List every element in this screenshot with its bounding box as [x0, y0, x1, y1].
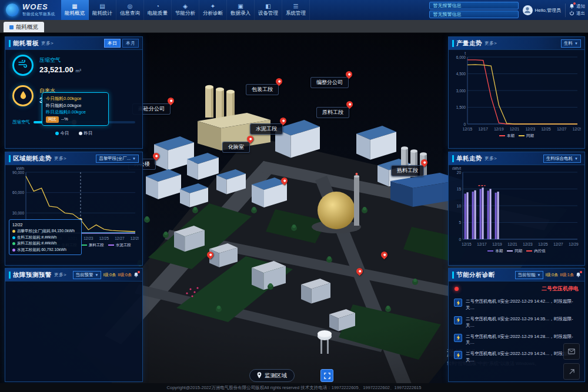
tooltip-compare-row: 同比--% — [46, 116, 105, 123]
diagnosis-filter-dropdown[interactable]: 当前智能▼ — [515, 271, 544, 279]
monitor-area-button[interactable]: 监测区域 — [249, 369, 295, 382]
alarm-banner[interactable]: 暂无报警信息 — [429, 2, 519, 9]
panel-header: 故障预测预警 更多> 当前预警▼ I级:0条 II级:0条 — [5, 269, 142, 282]
scene-label-raw-material-section[interactable]: 原料工段 — [316, 107, 349, 118]
main-nav: ▦能耗概览 ▤能耗统计 ◎信息查询 ◔电能质量 ◈节能分析 ✦分析诊断 ▣数据录… — [61, 0, 310, 20]
scene-label-braiding-branch[interactable]: 编整分公司 — [310, 77, 349, 88]
production-chart-legend: 本期 同期 — [449, 133, 584, 139]
fullscreen-button[interactable] — [320, 369, 333, 382]
more-link[interactable]: 更多> — [41, 40, 54, 46]
panel-header: 单耗走势 更多> 生料综合电耗▼ — [449, 152, 584, 165]
panel-energy-board: 能耗看板 更多> 本日 本月 压缩空气 23,521.00 m³ — [5, 36, 143, 149]
panel-title: 单耗走势 — [456, 155, 482, 163]
warning-banner[interactable]: 暂无预警信息 — [429, 11, 519, 18]
legend-item[interactable]: 同期 — [507, 249, 522, 254]
logout-button[interactable]: 退出 — [569, 11, 585, 17]
legend-item[interactable]: 水泥工段 — [108, 243, 131, 248]
warning-filter-dropdown[interactable]: 当前预警▼ — [73, 271, 102, 279]
consumption-selector-dropdown[interactable]: 生料综合电耗▼ — [543, 155, 581, 163]
product-selector-dropdown[interactable]: 生料▼ — [561, 39, 581, 48]
topbar-right: 暂无报警信息 暂无预警信息 Hello,管理员 通知 — [429, 0, 588, 20]
toggle-day[interactable]: 本日 — [104, 39, 121, 48]
nav-label: 数据录入 — [230, 10, 250, 17]
gauge-value: 23,521.00 m³ — [39, 65, 81, 74]
compare-tag: 同比 — [46, 116, 59, 123]
level1-badge: I级:0条 — [545, 272, 558, 278]
nav-item-energy-saving-analysis[interactable]: ◈节能分析 — [172, 0, 199, 20]
notify-button[interactable]: 通知 — [569, 4, 585, 9]
legend-swatch — [519, 135, 524, 136]
toggle-month[interactable]: 本月 — [122, 39, 139, 48]
alert-dot-icon — [455, 287, 459, 291]
lightning-icon — [454, 351, 462, 359]
tooltip-line-total: 昨日总能耗0.00kgce — [46, 109, 105, 116]
more-link[interactable]: 更多> — [485, 155, 497, 162]
gauge-label: 压缩空气 — [39, 56, 81, 64]
series-dot — [12, 242, 15, 245]
wind-icon — [18, 60, 28, 71]
lightning-icon — [454, 334, 462, 342]
svg-text:12/17: 12/17 — [477, 242, 487, 246]
legend-swatch — [526, 250, 532, 252]
series-dot — [12, 230, 15, 233]
nav-item-energy-stats[interactable]: ▤能耗统计 — [89, 0, 116, 20]
nav-item-data-entry[interactable]: ▣数据录入 — [227, 0, 255, 20]
share-fab-button[interactable] — [563, 363, 580, 380]
scene-label-cement-section[interactable]: 水泥工段 — [250, 123, 283, 135]
search-icon: ◎ — [128, 4, 133, 9]
diagnosis-list-item[interactable]: 二号空压机电机 II安全:2022-12-29 14:42…，时段超限-关… — [449, 296, 584, 314]
legend-item[interactable]: 内控值 — [526, 249, 546, 254]
more-link[interactable]: 更多> — [54, 155, 66, 162]
svg-text:12/23: 12/23 — [523, 242, 533, 246]
nav-label: 设备管理 — [258, 10, 278, 17]
nav-item-device-management[interactable]: ◧设备管理 — [255, 0, 282, 20]
svg-text:12/15: 12/15 — [462, 242, 472, 246]
diagnosis-alert-row[interactable]: 二号空压机停电 — [449, 282, 584, 296]
svg-text:20: 20 — [457, 170, 462, 175]
legend-swatch — [81, 244, 87, 246]
tab-energy-overview[interactable]: 能耗概览 — [4, 22, 44, 32]
scene-label-clinker-section[interactable]: 熟料工段 — [391, 165, 424, 176]
nav-item-diagnosis[interactable]: ✦分析诊断 — [199, 0, 227, 20]
lightning-icon — [454, 299, 462, 307]
header-accent — [9, 40, 11, 47]
more-link[interactable]: 更多> — [54, 272, 66, 278]
svg-text:12/17: 12/17 — [479, 127, 489, 131]
app-window: WOES 智能优化节能系统 ▦能耗概览 ▤能耗统计 ◎信息查询 ◔电能质量 ◈节… — [0, 0, 588, 392]
svg-text:12/25: 12/25 — [541, 127, 551, 131]
region-selector-dropdown[interactable]: 昌黎甲段(全厂...▼ — [96, 155, 139, 163]
panel-title: 故障预测预警 — [13, 271, 52, 279]
diagnosis-item-text: 二号空压机电机 II安全:2022-12-29 14:28…，时段超限-关… — [466, 334, 579, 347]
legend-item-today[interactable]: 今日 — [55, 130, 69, 136]
svg-text:4,500: 4,500 — [456, 72, 466, 76]
legend-item[interactable]: 本期 — [487, 249, 503, 254]
scene-label-text: 包装工段 — [252, 86, 273, 92]
svg-text:12/25: 12/25 — [538, 242, 548, 246]
legend-item[interactable]: 同期 — [519, 133, 534, 139]
arrow-up-right-icon — [569, 368, 575, 375]
nav-item-system-management[interactable]: ☰系统管理 — [282, 0, 310, 20]
bell-icon[interactable] — [576, 272, 581, 277]
nav-item-energy-overview[interactable]: ▦能耗概览 — [61, 0, 89, 20]
nav-item-info-query[interactable]: ◎信息查询 — [116, 0, 144, 20]
legend-item[interactable]: 原料工段 — [81, 243, 104, 248]
legend-item-yesterday[interactable]: 昨日 — [79, 130, 93, 136]
scene-label-packing-section[interactable]: 包装工段 — [246, 84, 279, 95]
message-fab-button[interactable] — [563, 343, 580, 360]
notify-label: 通知 — [576, 4, 585, 9]
svg-text:5: 5 — [459, 220, 461, 225]
user-avatar[interactable] — [523, 5, 533, 15]
more-link[interactable]: 更多> — [485, 40, 497, 46]
svg-text:90,000: 90,000 — [12, 170, 24, 175]
tooltip-date: 12/22 — [12, 222, 78, 228]
diagnosis-list-item[interactable]: 二号空压机电机 II安全:2022-12-29 14:35…，时段超限-关… — [449, 314, 584, 331]
legend-item[interactable]: 本期 — [499, 133, 514, 139]
user-area: Hello,管理员 — [523, 5, 561, 15]
bell-icon[interactable] — [133, 272, 139, 277]
svg-text:1,500: 1,500 — [456, 105, 466, 109]
scene-label-laboratory[interactable]: 化验室 — [222, 142, 250, 153]
lightning-icon — [454, 316, 462, 324]
series-dot — [12, 249, 15, 252]
production-chart: 01,5003,0004,5006,00012/1512/1712/1912/2… — [452, 51, 581, 132]
nav-item-power-quality[interactable]: ◔电能质量 — [144, 0, 172, 20]
